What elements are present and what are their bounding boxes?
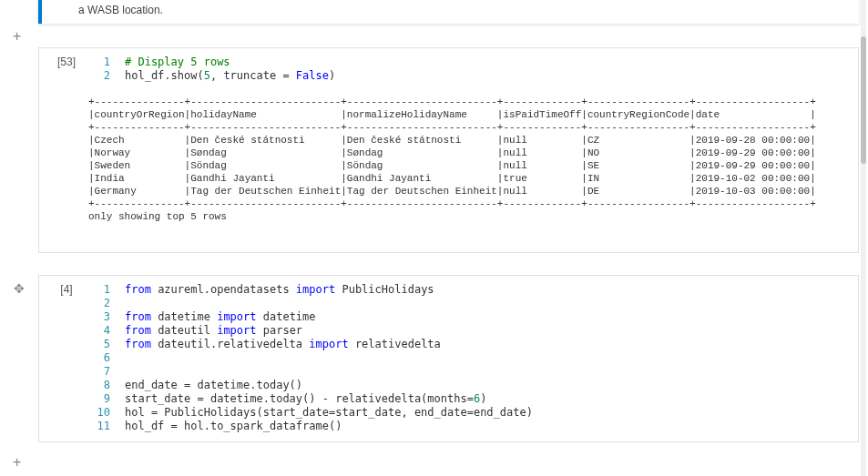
code-editor[interactable]: from azureml.opendatasets import PublicH… [125,283,533,433]
code-editor[interactable]: # Display 5 rows hol_df.show(5, truncate… [125,56,335,83]
line-numbers: 1 2 [88,56,110,83]
move-handle-icon[interactable]: ✥ [14,281,25,296]
cell-output: +---------------+-----------------------… [88,96,851,223]
code-cell-2[interactable]: ✥ [4] 1 2 3 4 5 6 7 8 9 10 11 from azure… [38,275,859,442]
scrollbar[interactable] [861,0,866,476]
code-cell-1[interactable]: [53] 1 2 # Display 5 rows hol_df.show(5,… [38,47,859,253]
line-numbers: 1 2 3 4 5 6 7 8 9 10 11 [88,283,110,433]
banner-text: a WASB location. [78,4,163,16]
add-cell-button-top[interactable]: + [13,29,21,44]
info-banner: a WASB location. [38,0,859,24]
execution-count: [4] [39,283,94,296]
add-cell-button-bottom[interactable]: + [13,455,21,470]
scrollbar-thumb[interactable] [861,36,866,164]
execution-count: [53] [39,56,94,68]
